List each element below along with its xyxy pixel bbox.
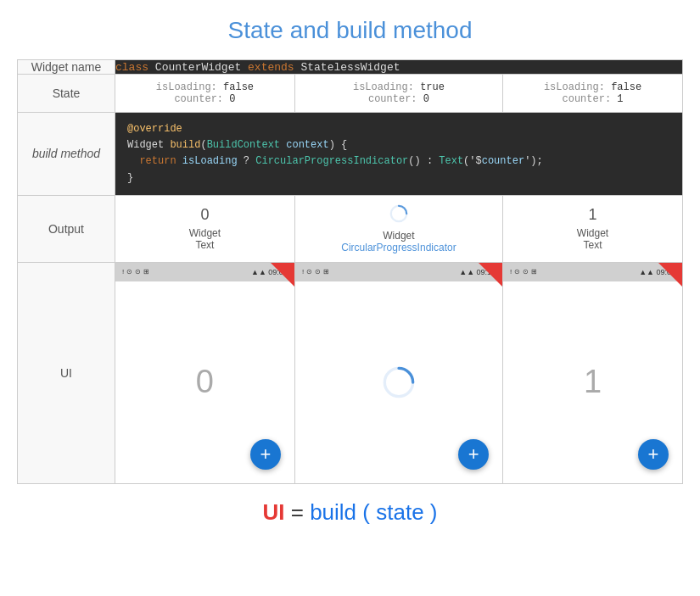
state-val-2a: true — [420, 81, 445, 93]
ui-row: UI ! ⊙ ⊙ ⊞ ▲▲ 09:06 0 + — [18, 262, 683, 483]
output-type-2: CircularProgressIndicator — [300, 242, 497, 253]
text-open-paren: ('$ — [463, 155, 482, 167]
status-loc-2: ⊙ — [306, 268, 312, 276]
status-loc-1: ⊙ — [126, 268, 132, 276]
extends-keyword: extends — [248, 61, 294, 74]
widget-name-code: class CounterWidget extends StatelessWid… — [115, 60, 683, 75]
output-widget-2: Widget — [300, 230, 497, 242]
page-title: State and build method — [228, 17, 473, 44]
red-corner-2 — [479, 263, 502, 287]
formula-eq: = — [291, 499, 310, 525]
red-corner-1 — [271, 263, 294, 287]
phone-mockup-3: ! ⊙ ⊙ ⊞ ▲▲ 09:07 1 + — [503, 263, 682, 483]
phone-mockup-1: ! ⊙ ⊙ ⊞ ▲▲ 09:06 0 + — [115, 263, 294, 483]
status-grid-3: ⊞ — [531, 268, 537, 276]
state-label: State — [18, 75, 115, 113]
output-col-2: Widget CircularProgressIndicator — [294, 195, 502, 262]
build-code: @override Widget build(BuildContext cont… — [115, 113, 683, 196]
return-keyword: return — [139, 155, 182, 167]
formula-open-paren: ( — [362, 499, 370, 525]
output-row: Output 0 Widget Text Widget CircularProg… — [18, 195, 683, 262]
status-grid-2: ⊞ — [323, 268, 329, 276]
phone-fab-2[interactable]: + — [458, 439, 489, 470]
isloading-ref: isLoading — [182, 155, 238, 167]
phone-mockup-2: ! ⊙ ⊙ ⊞ ▲▲ 09:16 + — [295, 263, 502, 483]
phone-statusbar-1: ! ⊙ ⊙ ⊞ ▲▲ 09:06 — [115, 263, 294, 281]
output-col-1: 0 Widget Text — [115, 195, 295, 262]
output-label: Output — [18, 195, 115, 262]
text-class: Text — [439, 155, 463, 167]
formula-state: state — [376, 499, 423, 525]
ui-phone-1: ! ⊙ ⊙ ⊞ ▲▲ 09:06 0 + — [115, 262, 295, 483]
class-keyword: class — [115, 61, 148, 74]
status-exclaim-2: ! — [302, 268, 304, 276]
formula-ui: UI — [262, 499, 284, 525]
state-col-1: isLoading: false counter: 0 — [115, 75, 295, 113]
ui-label: UI — [18, 262, 115, 483]
output-widget-1: Widget — [120, 227, 289, 239]
circular-parens: () : — [408, 155, 439, 167]
state-val-2b: 0 — [423, 93, 429, 105]
phone-fab-1[interactable]: + — [250, 439, 281, 470]
output-widget-3: Widget — [508, 227, 677, 239]
state-key-1b: counter: — [174, 93, 229, 105]
counter-ref: counter — [482, 155, 524, 167]
ui-phone-2: ! ⊙ ⊙ ⊞ ▲▲ 09:16 + — [294, 262, 502, 483]
state-key-2a: isLoading: — [353, 81, 420, 93]
state-key-3b: counter: — [563, 93, 618, 105]
output-type-1: Text — [120, 239, 289, 251]
stateless-widget: StatelessWidget — [300, 61, 400, 74]
text-close-paren: '); — [524, 155, 543, 167]
status-wifi-1: ⊙ — [135, 268, 141, 276]
override-annotation: @override — [127, 123, 182, 135]
circular-class: CircularProgressIndicator — [255, 155, 408, 167]
phone-spinner-icon — [382, 365, 416, 399]
main-table: Widget name class CounterWidget extends … — [17, 59, 683, 484]
statusbar-icons-3: ! ⊙ ⊙ ⊞ — [510, 268, 537, 276]
spinner-output-icon — [389, 204, 408, 223]
statusbar-icons-2: ! ⊙ ⊙ ⊞ — [302, 268, 329, 276]
status-exclaim-3: ! — [510, 268, 512, 276]
state-col-3: isLoading: false counter: 1 — [503, 75, 683, 113]
class-name: CounterWidget — [155, 61, 248, 74]
phone-display-text-3: 1 — [584, 364, 602, 400]
build-keyword: build — [170, 139, 200, 151]
state-key-2b: counter: — [368, 93, 423, 105]
state-key-1a: isLoading: — [156, 81, 223, 93]
phone-fab-3[interactable]: + — [638, 439, 669, 470]
phone-display-text-1: 0 — [196, 364, 214, 400]
status-grid-1: ⊞ — [143, 268, 149, 276]
build-params-close: ) { — [329, 139, 348, 151]
formula-build: build — [310, 499, 356, 525]
context-param: context — [280, 139, 329, 151]
widget-name-row: Widget name class CounterWidget extends … — [18, 60, 683, 75]
statusbar-icons-1: ! ⊙ ⊙ ⊞ — [122, 268, 149, 276]
phone-statusbar-2: ! ⊙ ⊙ ⊞ ▲▲ 09:16 — [295, 263, 502, 281]
status-wifi-2: ⊙ — [315, 268, 321, 276]
state-key-3a: isLoading: — [544, 81, 611, 93]
phone-statusbar-3: ! ⊙ ⊙ ⊞ ▲▲ 09:07 — [503, 263, 682, 281]
state-val-1b: 0 — [229, 93, 235, 105]
status-loc-3: ⊙ — [514, 268, 520, 276]
build-params-open: ( — [200, 139, 206, 151]
status-exclaim-1: ! — [122, 268, 124, 276]
build-method-row: build method @override Widget build(Buil… — [18, 113, 683, 196]
buildcontext-keyword: BuildContext — [207, 139, 280, 151]
output-col-3: 1 Widget Text — [503, 195, 683, 262]
build-method-label: build method — [18, 113, 115, 196]
status-wifi-3: ⊙ — [523, 268, 529, 276]
state-val-3b: 1 — [617, 93, 623, 105]
state-val-1a: false — [223, 81, 254, 93]
state-val-3a: false — [611, 81, 641, 93]
red-corner-3 — [658, 263, 682, 287]
close-brace: } — [127, 172, 133, 184]
state-row: State isLoading: false counter: 0 isLoad… — [18, 75, 683, 113]
ternary-op: ? — [238, 155, 256, 167]
bottom-formula: UI = build ( state ) — [262, 499, 437, 526]
ui-phone-3: ! ⊙ ⊙ ⊞ ▲▲ 09:07 1 + — [503, 262, 683, 483]
widget-name-label: Widget name — [18, 60, 115, 75]
state-col-2: isLoading: true counter: 0 — [294, 75, 502, 113]
formula-close-paren: ) — [430, 499, 438, 525]
output-number-1: 0 — [120, 206, 289, 224]
widget-keyword: Widget — [127, 139, 170, 151]
